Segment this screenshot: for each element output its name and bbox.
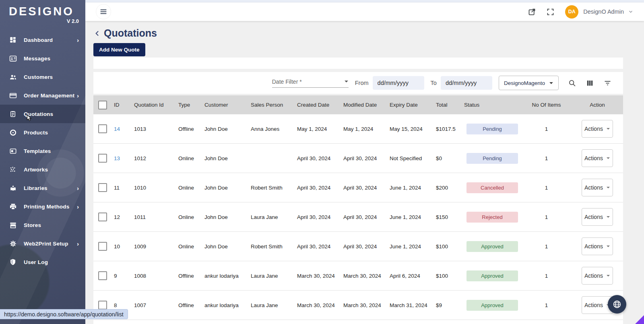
cell-total: $200 [433,185,461,191]
sidebar-item-customers[interactable]: Customers [0,68,85,86]
to-date-input[interactable] [441,76,492,90]
table-body: 141013OfflineJohn DoeAnna JonesMay 1, 20… [93,114,623,324]
user-name[interactable]: DesignO Admin [583,8,624,15]
chevron-right-icon: › [77,185,79,192]
select-all-checkbox[interactable] [98,101,107,109]
actions-button[interactable]: Actions [582,179,613,196]
cell-quotation-id: 1012 [131,155,175,161]
sidebar-item-libraries[interactable]: Libraries› [0,179,85,197]
top-header: DA DesignO Admin [85,2,644,21]
sidebar-item-dashboard[interactable]: Dashboard› [0,31,85,49]
sidebar-item-templates[interactable]: Templates [0,142,85,160]
sidebar-item-printing-methods[interactable]: Printing Methods› [0,197,85,216]
status-badge: Approved [466,241,518,252]
cell-sales-person: Robert Smith [248,244,294,250]
cell-action: Actions [572,237,623,255]
customers-icon [9,73,17,81]
open-in-new-icon[interactable] [527,7,536,16]
column-header-modified-date: Modified Date [340,102,386,108]
actions-button[interactable]: Actions [582,120,613,138]
cell-created-date: April 30, 2024 [294,185,340,191]
actions-button[interactable]: Actions [582,208,613,226]
sidebar-item-messages[interactable]: Messages [0,49,85,68]
sidebar-item-web2print-setup[interactable]: Web2Print Setup› [0,234,85,253]
row-checkbox[interactable] [98,301,107,310]
dashboard-icon [9,36,17,44]
status-badge: Pending [466,153,518,164]
cell-status: Rejected [461,212,521,223]
actions-button[interactable]: Actions [582,237,613,255]
row-checkbox-cell [93,242,111,251]
cell-modified-date: April 30, 2024 [340,155,386,161]
row-checkbox[interactable] [98,271,107,280]
cell-quotation-id: 1010 [131,185,175,191]
quotation-id-link[interactable]: 14 [114,126,120,132]
cell-type: Offline [175,302,201,308]
libraries-icon [9,184,17,192]
content-area: Quotations Add New Quote Date Filter * F… [85,21,644,324]
row-checkbox[interactable] [98,154,107,163]
filter-icon[interactable] [603,78,612,87]
back-chevron-icon[interactable] [93,29,101,37]
columns-icon[interactable] [585,78,594,87]
sidebar-item-stores[interactable]: Stores [0,216,85,234]
cell-expiry-date: Not Specified [386,155,433,161]
cell-id: 8 [111,302,131,308]
sidebar-item-products[interactable]: Products [0,123,85,142]
quotation-id-text: 8 [114,302,117,308]
corner-decoration [635,315,644,324]
sidebar-item-order-management[interactable]: Order Management› [0,86,85,105]
cell-total: $150 [433,214,461,220]
fullscreen-icon[interactable] [546,7,555,16]
hamburger-menu-icon[interactable] [96,4,111,19]
cell-type: Online [175,244,201,250]
dropdown-arrow-icon [606,127,610,131]
column-header-action: Action [572,102,623,108]
actions-button-label: Actions [584,214,603,220]
order-management-icon [9,91,17,99]
cell-expiry-date: June 1, 2024 [386,244,433,250]
artworks-icon [9,165,17,173]
chevron-down-icon[interactable] [628,9,634,14]
search-icon[interactable] [568,78,576,87]
from-date-input[interactable] [373,76,424,90]
actions-button-label: Actions [584,126,603,132]
quotation-id-text: 12 [114,214,120,220]
dropdown-arrow-icon [606,244,610,248]
sidebar-item-label: User Log [24,259,79,265]
cell-type: Online [175,214,201,220]
table-row: 131012OnlineJohn DoeApril 30, 2024April … [93,144,623,173]
store-selector-button[interactable]: DesignoMagento [499,76,559,90]
cell-no-of-items: 1 [521,273,572,279]
cell-no-of-items: 1 [521,185,572,191]
actions-button[interactable]: Actions [582,267,613,285]
sidebar-item-label: Printing Methods [24,204,77,210]
page-head: Quotations [93,27,644,39]
sidebar-item-quotations[interactable]: Quotations [0,105,85,123]
actions-button[interactable]: Actions [582,149,613,167]
sidebar-item-user-log[interactable]: User Log [0,253,85,271]
date-filter-select[interactable]: Date Filter * [272,78,349,88]
quotation-id-link[interactable]: 13 [114,155,120,161]
column-header-customer: Customer [201,102,248,108]
cell-status: Cancelled [461,182,521,193]
row-checkbox[interactable] [98,183,107,192]
row-checkbox-cell [93,301,111,310]
add-new-quote-button[interactable]: Add New Quote [93,43,145,56]
sidebar-item-artworks[interactable]: Artworks [0,160,85,179]
quotation-id-text: 11 [114,185,120,191]
cell-created-date: April 30, 2024 [294,244,340,250]
dropdown-arrow-icon [606,156,610,160]
row-checkbox[interactable] [98,124,107,133]
avatar[interactable]: DA [565,5,578,19]
column-header-expiry-date: Expiry Date [386,102,433,108]
row-checkbox[interactable] [98,242,107,251]
sidebar-item-label: Artworks [24,167,79,173]
quotations-icon [9,110,17,118]
column-header-no-of-items: No Of Items [521,102,572,108]
row-checkbox[interactable] [98,213,107,221]
status-badge: Rejected [466,212,518,223]
language-fab-button[interactable] [608,295,626,314]
dropdown-arrow-icon [606,186,610,190]
globe-icon [612,299,622,309]
